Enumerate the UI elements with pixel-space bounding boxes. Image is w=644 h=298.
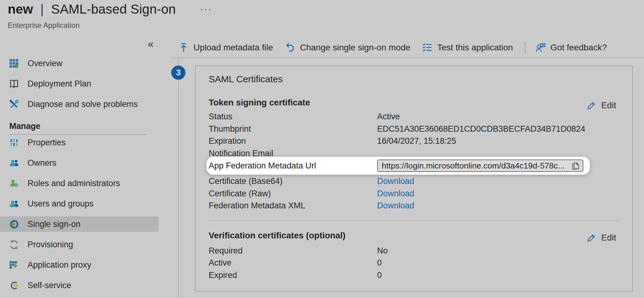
- edit-button-label: Edit: [601, 233, 616, 243]
- row-value: 0: [377, 258, 620, 268]
- page-title-blade-name: SAML-based Sign-on: [51, 2, 176, 16]
- sidebar-item-label: Roles and administrators: [28, 179, 120, 188]
- copy-icon[interactable]: [571, 161, 580, 171]
- toolbar-separator: [525, 41, 525, 54]
- sidebar-item-application-proxy[interactable]: Application proxy: [0, 257, 159, 273]
- toolbar-item-label: Got feedback?: [550, 43, 607, 53]
- sidebar-item-label: Owners: [28, 158, 56, 168]
- tools-icon: [9, 100, 19, 109]
- page-title: new | SAML-based Sign-on: [8, 2, 176, 17]
- sidebar-item-single-sign-on[interactable]: Single sign-on: [0, 216, 159, 232]
- upload-metadata-file-button[interactable]: Upload metadata file: [178, 42, 285, 53]
- sidebar-item-users-groups[interactable]: Users and groups: [0, 196, 159, 211]
- row-value: 0: [377, 270, 620, 280]
- overview-grid-icon: [9, 59, 19, 68]
- certificate-raw-row: Certificate (Raw) Download: [209, 188, 620, 200]
- download-certificate-base64-link[interactable]: Download: [377, 177, 414, 186]
- metadata-url-input[interactable]: https://login.microsoftonline.com/d3a4c1…: [377, 160, 583, 172]
- row-value: No: [377, 246, 620, 256]
- row-label: Expiration: [209, 136, 377, 146]
- row-label: Expired: [209, 270, 377, 280]
- expiration-row: Expiration 16/04/2027, 15:18:25: [209, 135, 620, 147]
- sidebar-item-overview[interactable]: Overview: [0, 56, 159, 71]
- verification-certificates-heading: Verification certificates (optional): [209, 230, 620, 241]
- row-label: Status: [209, 112, 377, 121]
- toolbar-item-label: Upload metadata file: [194, 43, 273, 53]
- saml-certificates-panel: SAML Certificates Edit Token signing cer…: [195, 66, 633, 292]
- edit-verification-certificates-button[interactable]: Edit: [586, 233, 616, 243]
- federation-metadata-xml-row: Federation Metadata XML Download: [209, 200, 620, 212]
- required-row: Required No: [209, 245, 620, 257]
- token-certificate-rows: Status Active Thumbprint EDC51A30E36068E…: [209, 111, 620, 212]
- page-title-app-name: new: [8, 2, 33, 16]
- sidebar-item-provisioning[interactable]: Provisioning: [0, 237, 159, 252]
- download-federation-metadata-xml-link[interactable]: Download: [377, 201, 414, 211]
- sidebar-item-self-service[interactable]: Self-service: [0, 278, 159, 293]
- role-person-icon: [9, 179, 19, 188]
- sidebar-item-label: Properties: [28, 138, 66, 147]
- row-label: Thumbprint: [209, 124, 377, 134]
- command-bar: Upload metadata file Change single sign-…: [178, 40, 619, 56]
- test-application-button[interactable]: Test this application: [422, 42, 524, 53]
- change-sso-mode-button[interactable]: Change single sign-on mode: [285, 42, 422, 53]
- sidebar-item-label: Single sign-on: [28, 219, 80, 229]
- toolbar-item-label: Test this application: [437, 43, 513, 53]
- feedback-person-icon: [535, 42, 546, 53]
- people-icon: [9, 199, 19, 209]
- expired-count-row: Expired 0: [209, 269, 620, 282]
- got-feedback-button[interactable]: Got feedback?: [535, 42, 619, 53]
- pencil-icon: [586, 233, 596, 243]
- sidebar-item-deployment-plan[interactable]: Deployment Plan: [0, 76, 159, 92]
- checklist-icon: [422, 42, 433, 53]
- sidebar-item-roles-administrators[interactable]: Roles and administrators: [0, 176, 159, 191]
- saml-sso-page: new | SAML-based Sign-on ··· Enterprise …: [0, 0, 644, 298]
- sidebar-item-diagnose[interactable]: Diagnose and solve problems: [0, 96, 159, 112]
- panel-title: SAML Certificates: [209, 74, 620, 85]
- sidebar-item-properties[interactable]: Properties: [0, 135, 159, 150]
- sidebar-item-label: Provisioning: [28, 240, 73, 249]
- provisioning-icon: [9, 240, 19, 249]
- sidebar-item-label: Application proxy: [28, 260, 91, 270]
- status-row: Status Active: [209, 111, 620, 123]
- row-label: Required: [209, 246, 377, 256]
- certificate-base64-row: Certificate (Base64) Download: [209, 175, 620, 188]
- sidebar-item-label: Self-service: [28, 281, 71, 290]
- sso-icon: [9, 219, 19, 229]
- token-signing-certificate-heading: Token signing certificate: [209, 97, 620, 108]
- more-options-icon[interactable]: ···: [200, 4, 212, 14]
- active-count-row: Active 0: [209, 257, 620, 269]
- step-timeline-line: [178, 58, 179, 298]
- toolbar-item-label: Change single sign-on mode: [300, 43, 410, 53]
- metadata-url-value: https://login.microsoftonline.com/d3a4c1…: [382, 161, 565, 171]
- thumbprint-row: Thumbprint EDC51A30E36068ED1CD0CDB3BECFA…: [209, 123, 620, 135]
- people-icon: [9, 158, 19, 168]
- row-label: Federation Metadata XML: [209, 201, 377, 211]
- sidebar-section-manage: Manage: [0, 122, 159, 130]
- edit-token-certificate-button[interactable]: Edit: [586, 100, 616, 110]
- page-title-separator: |: [40, 2, 44, 16]
- upload-icon: [178, 42, 189, 53]
- undo-arrow-icon: [285, 42, 295, 53]
- sidebar-item-label: Diagnose and solve problems: [28, 100, 138, 109]
- verification-certificate-rows: Required No Active 0 Expired 0: [209, 245, 620, 282]
- sidebar-collapse-icon[interactable]: «: [148, 38, 154, 49]
- sidebar-item-label: Users and groups: [28, 199, 94, 209]
- row-label: Certificate (Raw): [209, 189, 377, 198]
- sidebar: « Overview Deployment Plan Diagnose and …: [0, 34, 159, 298]
- sliders-icon: [9, 138, 19, 147]
- page-subtitle: Enterprise Application: [8, 21, 80, 30]
- self-service-icon: [9, 281, 19, 290]
- edit-button-label: Edit: [601, 100, 616, 110]
- app-proxy-icon: [9, 260, 19, 270]
- pencil-icon: [586, 100, 596, 110]
- row-value: 16/04/2027, 15:18:25: [377, 136, 620, 146]
- download-certificate-raw-link[interactable]: Download: [377, 189, 414, 198]
- panel-section-divider: [209, 220, 620, 221]
- sidebar-nav: Overview Deployment Plan Diagnose and so…: [0, 56, 159, 298]
- row-label: Certificate (Base64): [209, 177, 377, 186]
- row-value: EDC51A30E36068ED1CD0CDB3BECFAD34B71D0824: [377, 124, 620, 134]
- book-icon: [9, 79, 19, 89]
- sidebar-item-owners[interactable]: Owners: [0, 155, 159, 171]
- row-label: App Federation Metadata Url: [209, 161, 377, 171]
- sidebar-item-label: Deployment Plan: [28, 79, 91, 89]
